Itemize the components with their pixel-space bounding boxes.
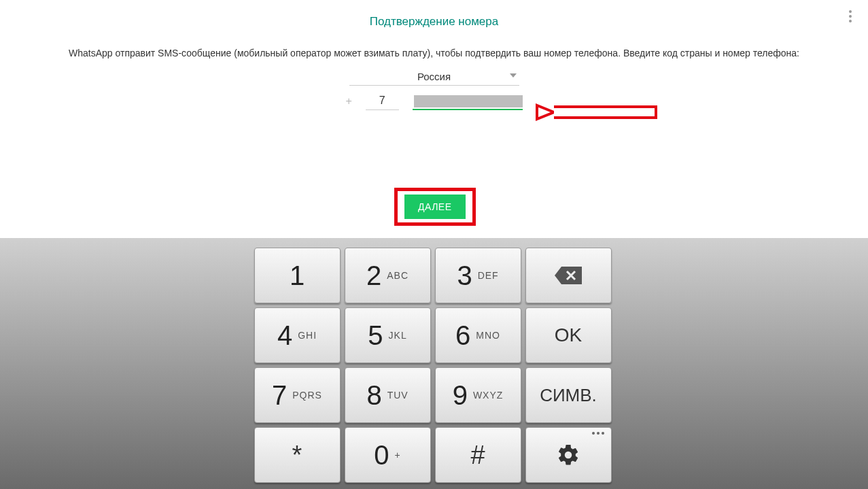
plus-prefix: + (346, 95, 352, 110)
country-code-input[interactable]: 7 (366, 95, 399, 110)
keypad-7[interactable]: 7 PQRS (254, 367, 341, 423)
keypad-3[interactable]: 3 DEF (435, 248, 521, 303)
instruction-text: WhatsApp отправит SMS-сообщение (мобильн… (0, 48, 868, 58)
more-options-button[interactable] (842, 8, 858, 24)
keypad-dots-icon (592, 432, 604, 435)
keypad-symbols[interactable]: СИМВ. (525, 367, 612, 423)
keypad-0[interactable]: 0 + (345, 427, 431, 483)
keypad-5[interactable]: 5 JKL (345, 307, 431, 363)
keypad-4[interactable]: 4 GHI (254, 307, 341, 363)
keypad-2[interactable]: 2 ABC (345, 248, 431, 303)
gear-icon (556, 443, 580, 467)
keypad-6[interactable]: 6 MNO (435, 307, 521, 363)
chevron-down-icon (510, 73, 517, 78)
page-title: Подтверждение номера (0, 15, 868, 29)
keypad-pound[interactable]: # (435, 427, 521, 483)
phone-number-redacted (414, 95, 523, 107)
next-button[interactable]: ДАЛЕЕ (404, 195, 466, 219)
keypad-9[interactable]: 9 WXYZ (435, 367, 521, 423)
phone-number-input[interactable] (413, 94, 523, 110)
annotation-arrow-icon (534, 95, 670, 129)
more-vertical-icon (849, 10, 852, 13)
country-code-value: 7 (379, 95, 385, 106)
country-select[interactable]: Россия (349, 71, 519, 86)
header: Подтверждение номера (0, 0, 868, 29)
backspace-icon (553, 265, 583, 286)
keypad-backspace[interactable] (525, 248, 612, 303)
phone-input-row: + 7 (346, 94, 523, 110)
keypad-1[interactable]: 1 (254, 248, 341, 303)
numeric-keypad: 1 2 ABC 3 DEF 4 GHI 5 JKL 6 MNO (0, 238, 868, 489)
keypad-8[interactable]: 8 TUV (345, 367, 431, 423)
keypad-settings[interactable] (525, 427, 612, 483)
country-selected-label: Россия (417, 71, 451, 82)
next-button-highlight: ДАЛЕЕ (394, 188, 476, 226)
keypad-ok[interactable]: OK (525, 307, 612, 363)
keypad-star[interactable]: * (254, 427, 341, 483)
